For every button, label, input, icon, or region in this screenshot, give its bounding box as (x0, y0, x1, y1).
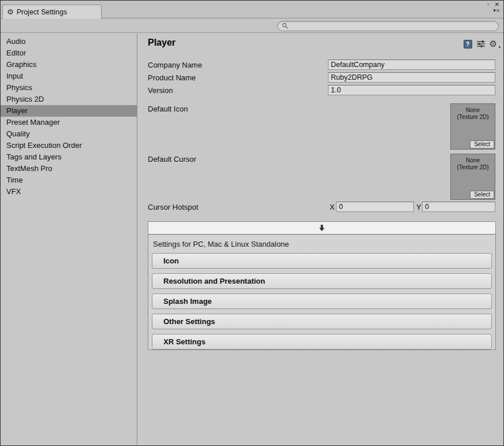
project-settings-window: ⚙ Project Settings ▫ ✕ ▾≡ Audio Editor G… (0, 0, 504, 446)
section-label: XR Settings (163, 337, 206, 346)
menu-lines-icon: ≡ (496, 8, 499, 13)
none-text: None (451, 157, 495, 164)
sidebar-item-graphics[interactable]: Graphics (1, 59, 137, 70)
settings-gear-icon: ⚙ (7, 8, 14, 16)
cursor-hotspot-x-input[interactable] (336, 202, 414, 212)
version-label: Version (148, 86, 173, 95)
company-name-label: Company Name (148, 61, 202, 69)
platform-tab-bar (148, 222, 495, 235)
default-cursor-label: Default Cursor (148, 155, 196, 163)
section-label: Other Settings (163, 317, 215, 326)
section-label: Resolution and Presentation (163, 277, 265, 285)
player-settings-panel: Player ? ⚙▾ Company Name Product Name Ve… (138, 34, 503, 445)
cursor-hotspot-label: Cursor Hotspot (148, 203, 198, 211)
sidebar-item-physics-2d[interactable]: Physics 2D (1, 94, 137, 105)
gear-icon[interactable]: ⚙▾ (490, 39, 497, 49)
section-label: Icon (163, 257, 179, 265)
section-header-xr-settings[interactable]: XR Settings (152, 334, 492, 350)
texture-type-text: (Texture 2D) (451, 164, 495, 171)
default-icon-select-button[interactable]: Select (470, 140, 494, 148)
section-header-icon-settings[interactable]: Icon (152, 253, 492, 269)
default-cursor-select-button[interactable]: Select (470, 191, 494, 199)
help-icon[interactable]: ? (464, 40, 472, 49)
search-box[interactable] (277, 21, 499, 31)
sidebar-item-audio[interactable]: Audio (1, 36, 137, 47)
gear-dropdown-icon: ▾ (498, 45, 501, 50)
sidebar-item-time[interactable]: Time (1, 174, 137, 186)
none-text: None (451, 107, 495, 114)
sidebar-item-vfx[interactable]: VFX (1, 186, 137, 198)
sidebar-item-script-execution-order[interactable]: Script Execution Order (1, 140, 137, 151)
section-header-splash-image[interactable]: Splash Image (152, 293, 492, 309)
sidebar-item-textmesh-pro[interactable]: TextMesh Pro (1, 163, 137, 174)
sidebar-item-player[interactable]: Player (1, 105, 137, 117)
sidebar-item-physics[interactable]: Physics (1, 82, 137, 94)
company-name-input[interactable] (328, 60, 495, 70)
x-axis-label: X (330, 203, 335, 211)
default-icon-thumbnail[interactable]: None (Texture 2D) Select (450, 103, 495, 150)
panel-header-icons: ? ⚙▾ (464, 39, 497, 49)
default-cursor-none-value: None (Texture 2D) (451, 154, 495, 171)
close-button[interactable]: ✕ (495, 2, 499, 8)
sidebar-item-preset-manager[interactable]: Preset Manager (1, 117, 137, 128)
platform-settings-box: Settings for PC, Mac & Linux Standalone … (148, 221, 496, 350)
maximize-button[interactable]: ▫ (487, 2, 490, 8)
presets-icon[interactable] (476, 40, 486, 48)
default-icon-label: Default Icon (148, 105, 188, 113)
window-menu-button[interactable]: ▾≡ (492, 8, 499, 13)
default-cursor-thumbnail[interactable]: None (Texture 2D) Select (450, 154, 495, 200)
menu-arrow-icon: ▾ (493, 8, 496, 13)
sidebar-item-tags-and-layers[interactable]: Tags and Layers (1, 151, 137, 163)
gear-glyph: ⚙ (490, 39, 497, 49)
section-label: Splash Image (163, 297, 212, 306)
titlebar[interactable]: ⚙ Project Settings ▫ ✕ ▾≡ (1, 1, 503, 18)
version-input[interactable] (328, 85, 495, 95)
search-icon (282, 23, 289, 29)
platform-settings-header: Settings for PC, Mac & Linux Standalone (148, 235, 495, 253)
sidebar-item-input[interactable]: Input (1, 70, 137, 82)
standalone-platform-icon (318, 224, 326, 232)
sidebar-item-editor[interactable]: Editor (1, 47, 137, 59)
standalone-platform-tab[interactable] (148, 222, 495, 234)
product-name-input[interactable] (328, 72, 495, 83)
page-title: Player (148, 38, 176, 48)
toolbar (1, 19, 503, 33)
section-header-other-settings[interactable]: Other Settings (152, 314, 492, 329)
y-axis-label: Y (416, 203, 421, 211)
search-input[interactable] (292, 22, 494, 30)
cursor-hotspot-y-input[interactable] (422, 202, 495, 212)
texture-type-text: (Texture 2D) (451, 114, 495, 121)
help-glyph: ? (466, 41, 469, 47)
sidebar-item-quality[interactable]: Quality (1, 128, 137, 140)
section-header-resolution-and-presentation[interactable]: Resolution and Presentation (152, 273, 492, 289)
window-title: Project Settings (17, 8, 68, 16)
settings-category-list: Audio Editor Graphics Input Physics Phys… (1, 34, 137, 445)
window-tab-project-settings[interactable]: ⚙ Project Settings (2, 5, 102, 18)
default-icon-none-value: None (Texture 2D) (451, 104, 495, 121)
product-name-label: Product Name (148, 73, 196, 82)
